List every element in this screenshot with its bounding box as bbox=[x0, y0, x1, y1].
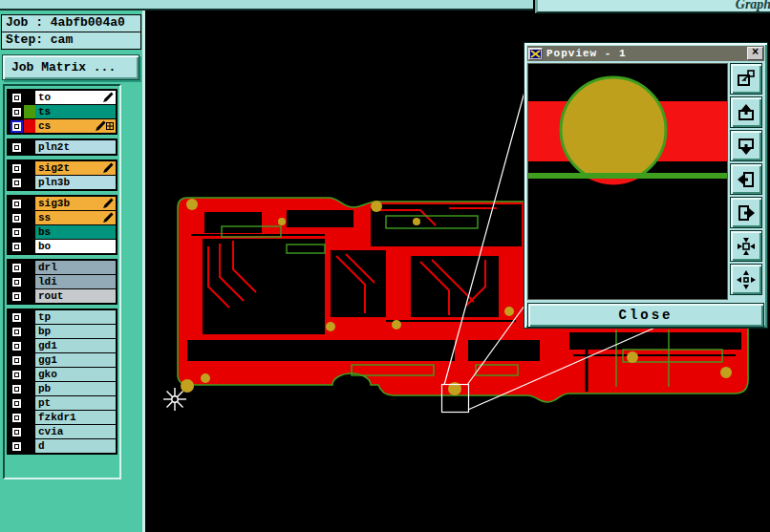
layer-color-swatch[interactable] bbox=[24, 382, 35, 395]
layer-row-sig3b[interactable]: sig3b bbox=[9, 197, 116, 210]
layer-label[interactable]: bs bbox=[35, 225, 116, 239]
job-matrix-button[interactable]: Job Matrix ... bbox=[2, 54, 139, 80]
layer-label[interactable]: gd1 bbox=[35, 339, 116, 352]
layer-color-swatch[interactable] bbox=[24, 105, 35, 118]
layer-visibility-checkbox[interactable] bbox=[12, 200, 21, 208]
layer-color-swatch[interactable] bbox=[24, 176, 35, 189]
layer-visibility-checkbox[interactable] bbox=[12, 108, 21, 117]
popview-window-icon[interactable] bbox=[528, 48, 543, 60]
layer-color-swatch[interactable] bbox=[24, 275, 35, 288]
layer-color-swatch[interactable] bbox=[24, 140, 35, 154]
layer-label[interactable]: pt bbox=[35, 396, 116, 410]
layer-color-swatch[interactable] bbox=[24, 211, 35, 224]
layer-visibility-checkbox[interactable] bbox=[12, 414, 21, 422]
popview-close-x-button[interactable]: × bbox=[747, 47, 763, 60]
layer-row-gko[interactable]: gko bbox=[9, 368, 116, 381]
layer-label[interactable]: bo bbox=[35, 240, 116, 253]
layer-visibility-checkbox[interactable] bbox=[12, 94, 21, 102]
layer-label[interactable]: sig3b bbox=[35, 197, 116, 210]
new-popview-button[interactable] bbox=[730, 63, 762, 95]
layer-visibility-checkbox[interactable] bbox=[12, 328, 21, 336]
layer-row-d[interactable]: d bbox=[9, 439, 116, 453]
layer-visibility-checkbox[interactable] bbox=[12, 278, 21, 287]
layer-label[interactable]: ldi bbox=[35, 275, 116, 288]
layer-visibility-checkbox[interactable] bbox=[12, 399, 21, 408]
layer-row-pln3b[interactable]: pln3b bbox=[9, 176, 116, 189]
layer-color-swatch[interactable] bbox=[24, 353, 35, 367]
popview-viewport[interactable] bbox=[527, 63, 728, 300]
layer-color-swatch[interactable] bbox=[24, 310, 35, 324]
layer-label[interactable]: drl bbox=[35, 261, 116, 274]
layer-color-swatch[interactable] bbox=[24, 411, 35, 424]
layer-visibility-checkbox[interactable] bbox=[12, 428, 21, 436]
layer-row-cvia[interactable]: cvia bbox=[9, 425, 116, 438]
layer-row-gg1[interactable]: gg1 bbox=[9, 353, 116, 367]
layer-visibility-checkbox[interactable] bbox=[12, 264, 21, 272]
layer-visibility-checkbox[interactable] bbox=[12, 371, 21, 379]
layer-row-to[interactable]: to bbox=[9, 91, 116, 104]
layer-label[interactable]: d bbox=[35, 439, 116, 453]
layer-color-swatch[interactable] bbox=[24, 289, 35, 303]
layer-row-pb[interactable]: pb bbox=[9, 382, 116, 395]
layer-visibility-checkbox[interactable] bbox=[12, 164, 21, 173]
layer-visibility-checkbox[interactable] bbox=[12, 342, 21, 351]
pen-icon[interactable] bbox=[102, 162, 114, 174]
layer-label[interactable]: sig2t bbox=[35, 161, 116, 175]
layer-row-bp[interactable]: bp bbox=[9, 325, 116, 338]
layer-color-swatch[interactable] bbox=[24, 197, 35, 210]
layer-color-swatch[interactable] bbox=[24, 396, 35, 410]
layer-row-drl[interactable]: drl bbox=[9, 261, 116, 274]
layer-label[interactable]: rout bbox=[35, 289, 116, 303]
layer-visibility-checkbox[interactable] bbox=[12, 385, 21, 394]
layer-visibility-checkbox[interactable] bbox=[12, 442, 21, 451]
layer-color-swatch[interactable] bbox=[24, 161, 35, 175]
layer-label[interactable]: pln3b bbox=[35, 176, 116, 189]
pan-down-button[interactable] bbox=[730, 130, 762, 161]
layer-row-pln2t[interactable]: pln2t bbox=[9, 140, 116, 154]
layer-row-gd1[interactable]: gd1 bbox=[9, 339, 116, 352]
layer-row-ss[interactable]: ss bbox=[9, 211, 116, 224]
layer-visibility-checkbox[interactable] bbox=[12, 143, 21, 152]
layer-label[interactable]: ts bbox=[35, 105, 116, 118]
layer-color-swatch[interactable] bbox=[24, 225, 35, 239]
layer-row-bs[interactable]: bs bbox=[9, 225, 116, 239]
layer-color-swatch[interactable] bbox=[24, 339, 35, 352]
layer-label[interactable]: ss bbox=[35, 211, 116, 224]
pan-left-button[interactable] bbox=[730, 163, 762, 195]
layer-color-swatch[interactable] bbox=[24, 325, 35, 338]
layer-row-bo[interactable]: bo bbox=[9, 240, 116, 253]
layer-visibility-checkbox[interactable] bbox=[12, 313, 21, 322]
layer-color-swatch[interactable] bbox=[24, 439, 35, 453]
layer-visibility-checkbox[interactable] bbox=[12, 214, 21, 223]
zoom-center-button[interactable] bbox=[730, 264, 762, 295]
layer-row-rout[interactable]: rout bbox=[9, 289, 116, 303]
layer-label[interactable]: gg1 bbox=[35, 353, 116, 367]
pen-icon[interactable] bbox=[102, 92, 114, 103]
layer-row-tp[interactable]: tp bbox=[9, 310, 116, 324]
layer-visibility-checkbox[interactable] bbox=[12, 228, 21, 237]
layer-visibility-checkbox[interactable] bbox=[12, 179, 21, 187]
layer-visibility-checkbox[interactable] bbox=[12, 356, 21, 365]
layer-row-ts[interactable]: ts bbox=[9, 105, 116, 118]
layer-visibility-checkbox[interactable] bbox=[12, 122, 21, 131]
layer-label[interactable]: bp bbox=[35, 325, 116, 338]
layer-color-swatch[interactable] bbox=[24, 368, 35, 381]
layer-label[interactable]: gko bbox=[35, 368, 116, 381]
pan-right-button[interactable] bbox=[730, 197, 762, 228]
pen-icon[interactable] bbox=[95, 120, 106, 132]
pen-icon[interactable] bbox=[102, 198, 114, 209]
popview-close-button[interactable]: Close bbox=[527, 303, 764, 328]
pan-up-button[interactable] bbox=[730, 96, 762, 128]
layer-label[interactable]: cs bbox=[35, 119, 116, 133]
layer-color-swatch[interactable] bbox=[24, 240, 35, 253]
layer-row-sig2t[interactable]: sig2t bbox=[9, 161, 116, 175]
pen-icon[interactable] bbox=[102, 212, 114, 223]
layer-visibility-checkbox[interactable] bbox=[12, 243, 21, 251]
layer-label[interactable]: tp bbox=[35, 310, 116, 324]
layer-label[interactable]: pln2t bbox=[35, 140, 116, 154]
layer-color-swatch[interactable] bbox=[24, 261, 35, 274]
layer-color-swatch[interactable] bbox=[24, 425, 35, 438]
layer-visibility-checkbox[interactable] bbox=[12, 292, 21, 301]
layer-label[interactable]: fzkdr1 bbox=[35, 411, 116, 424]
layer-row-cs[interactable]: cs bbox=[9, 119, 116, 133]
